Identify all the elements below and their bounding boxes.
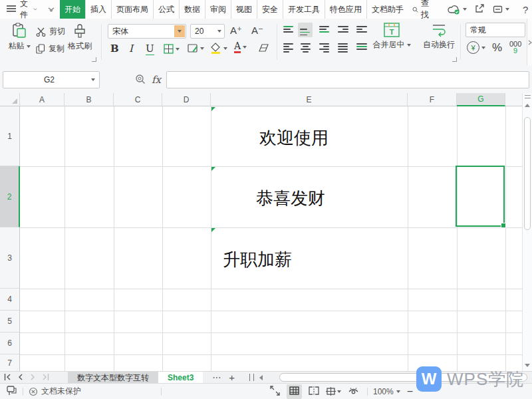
alignment-dialog-launcher-icon[interactable] bbox=[452, 57, 457, 62]
tab-split-handle[interactable] bbox=[249, 374, 254, 381]
formula-search-icon[interactable] bbox=[135, 74, 146, 86]
page-break-preview-button[interactable] bbox=[309, 386, 319, 397]
align-middle-icon[interactable] bbox=[298, 23, 313, 37]
underline-button[interactable]: U bbox=[146, 43, 154, 55]
selected-cell-G2[interactable] bbox=[456, 166, 505, 227]
protection-status[interactable]: 文档未保护 bbox=[29, 386, 81, 397]
column-header-G-selected[interactable]: G bbox=[457, 93, 505, 106]
share-button[interactable] bbox=[475, 3, 485, 15]
decrease-indent-icon[interactable] bbox=[338, 26, 348, 33]
italic-button[interactable]: I bbox=[129, 43, 133, 55]
font-color-button[interactable]: A bbox=[234, 41, 247, 53]
increase-indent-icon[interactable] bbox=[356, 26, 367, 33]
column-header-B[interactable]: B bbox=[65, 93, 114, 106]
fx-insert-function-button[interactable]: fx bbox=[152, 74, 161, 86]
row-header-2-selected[interactable]: 2 bbox=[0, 166, 20, 227]
macro-record-icon[interactable] bbox=[7, 386, 17, 398]
ribbon-tab-developer[interactable]: 开发工具 bbox=[283, 0, 325, 19]
sheet-tab-active[interactable]: Sheet3 bbox=[158, 372, 203, 384]
column-header-C[interactable]: C bbox=[114, 93, 162, 106]
distribute-icon[interactable] bbox=[356, 43, 367, 50]
ribbon-tab-insert[interactable]: 插入 bbox=[85, 0, 111, 19]
zoom-level-control[interactable]: 100% bbox=[373, 387, 400, 396]
align-bottom-icon[interactable] bbox=[319, 26, 329, 33]
page-layout-view-button[interactable] bbox=[326, 387, 341, 396]
prev-sheet-button[interactable] bbox=[18, 373, 23, 382]
search-button[interactable]: 查找 bbox=[412, 0, 432, 21]
cloud-sync-button[interactable] bbox=[448, 5, 467, 15]
eraser-button[interactable] bbox=[258, 43, 269, 55]
row-header-7[interactable]: 7 bbox=[0, 354, 20, 371]
normal-view-button[interactable] bbox=[287, 384, 302, 399]
add-sheet-button[interactable]: + bbox=[229, 372, 235, 383]
wrap-text-button[interactable]: 自动换行 bbox=[420, 23, 458, 51]
new-tab-button[interactable] bbox=[493, 5, 509, 14]
borders-button[interactable] bbox=[164, 44, 180, 54]
scroll-down-arrow-icon[interactable] bbox=[525, 364, 530, 367]
hamburger-menu-icon[interactable] bbox=[7, 5, 16, 15]
quick-access-collapse-icon[interactable] bbox=[48, 5, 55, 14]
fill-handle[interactable] bbox=[501, 223, 506, 228]
align-right-icon[interactable] bbox=[319, 43, 329, 53]
ribbon-tab-page-layout[interactable]: 页面布局 bbox=[111, 0, 153, 19]
help-button[interactable]: ? bbox=[523, 4, 528, 15]
column-header-E[interactable]: E bbox=[211, 93, 408, 106]
decrease-font-button[interactable]: A⁻ bbox=[251, 25, 263, 37]
formula-input[interactable] bbox=[166, 71, 529, 88]
name-box[interactable]: G2 bbox=[3, 71, 100, 88]
hscroll-left-arrow-icon[interactable] bbox=[259, 375, 263, 380]
vertical-scrollbar[interactable] bbox=[522, 93, 532, 371]
clipboard-dialog-launcher-icon[interactable] bbox=[92, 57, 96, 62]
file-menu[interactable]: 文件 bbox=[20, 0, 37, 21]
first-sheet-button[interactable] bbox=[4, 373, 11, 382]
row-header-6[interactable]: 6 bbox=[0, 332, 20, 354]
vertical-scroll-thumb[interactable] bbox=[524, 117, 531, 230]
font-size-select[interactable]: 20 bbox=[190, 24, 225, 39]
row-header-1[interactable]: 1 bbox=[0, 106, 20, 166]
ribbon-tab-home[interactable]: 开始 bbox=[60, 0, 85, 19]
format-painter-button[interactable]: 格式刷 bbox=[65, 23, 94, 52]
percent-style-button[interactable]: % bbox=[492, 41, 502, 55]
cut-button[interactable]: 剪切 bbox=[36, 26, 65, 37]
bold-button[interactable]: B bbox=[110, 43, 119, 55]
ribbon-tab-data[interactable]: 数据 bbox=[179, 0, 205, 19]
row-header-4[interactable]: 4 bbox=[0, 289, 20, 311]
ribbon-tab-doc-assistant[interactable]: 文档助手 bbox=[366, 0, 408, 19]
ribbon-tab-view[interactable]: 视图 bbox=[231, 0, 257, 19]
paste-button[interactable]: 粘贴 bbox=[8, 23, 31, 52]
fullscreen-button[interactable] bbox=[270, 386, 280, 398]
last-sheet-button[interactable] bbox=[42, 373, 49, 382]
merge-center-button[interactable]: T 合并居中 bbox=[370, 23, 414, 51]
number-format-select[interactable]: 常规 bbox=[466, 23, 525, 37]
align-center-icon[interactable] bbox=[301, 43, 311, 53]
scroll-up-arrow-icon[interactable] bbox=[525, 104, 530, 107]
align-top-icon[interactable] bbox=[283, 26, 293, 33]
cell-shading-button[interactable] bbox=[188, 44, 204, 53]
row-header-3[interactable]: 3 bbox=[0, 227, 20, 289]
currency-style-button[interactable]: ¥ bbox=[467, 41, 485, 54]
font-name-select[interactable]: 宋体 bbox=[108, 24, 186, 39]
ribbon-tab-formulas[interactable]: 公式 bbox=[153, 0, 179, 19]
align-left-icon[interactable] bbox=[283, 43, 293, 53]
copy-button[interactable]: 复制 bbox=[36, 43, 65, 55]
next-sheet-button[interactable] bbox=[30, 373, 35, 382]
eye-protect-mode-button[interactable] bbox=[348, 386, 359, 397]
split-handle[interactable] bbox=[525, 95, 531, 98]
increase-font-button[interactable]: A⁺ bbox=[230, 25, 242, 37]
ribbon-tab-review[interactable]: 审阅 bbox=[205, 0, 231, 19]
justify-icon[interactable] bbox=[338, 43, 348, 53]
zoom-out-button[interactable]: − bbox=[407, 386, 413, 398]
cell-E2[interactable]: 恭喜发财 bbox=[256, 187, 325, 210]
column-header-partial[interactable] bbox=[505, 93, 522, 106]
more-sheets-button[interactable]: ⋯ bbox=[212, 372, 221, 382]
column-header-F[interactable]: F bbox=[408, 93, 457, 106]
select-all-corner[interactable] bbox=[0, 93, 20, 106]
cell-E3[interactable]: 升职加薪 bbox=[223, 248, 292, 271]
ribbon-tab-special-apps[interactable]: 特色应用 bbox=[325, 0, 366, 19]
row-header-5[interactable]: 5 bbox=[0, 311, 20, 332]
column-header-D[interactable]: D bbox=[162, 93, 211, 106]
cell-E1[interactable]: 欢迎使用 bbox=[259, 126, 329, 150]
sheet-tab-inactive[interactable]: 数字文本型数字互转 bbox=[68, 372, 158, 384]
font-dropdown-button[interactable] bbox=[174, 25, 185, 37]
ribbon-tab-security[interactable]: 安全 bbox=[257, 0, 283, 19]
